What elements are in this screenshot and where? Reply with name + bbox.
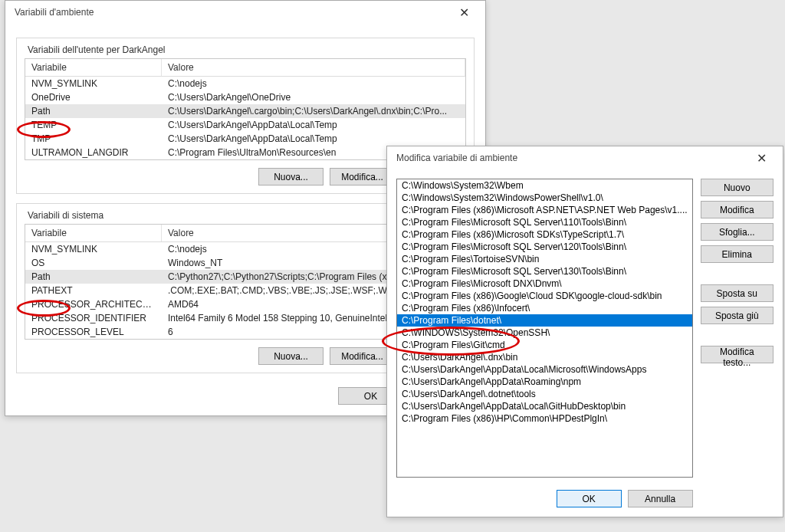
table-row[interactable]: OneDriveC:\Users\DarkAngel\OneDrive bbox=[25, 90, 465, 104]
list-item[interactable]: C:\Program Files\Microsoft DNX\Dnvm\ bbox=[397, 277, 692, 290]
var-name-cell: TEMP bbox=[25, 119, 162, 131]
list-item[interactable]: C:\Program Files (x86)\HP\Common\HPDestP… bbox=[397, 412, 692, 425]
var-value-cell: C:\Users\DarkAngel\AppData\Local\Temp bbox=[162, 133, 465, 145]
var-name-cell: OS bbox=[25, 257, 162, 269]
var-name-cell: OneDrive bbox=[25, 91, 162, 103]
sys-group-title: Variabili di sistema bbox=[25, 210, 107, 221]
path-listbox[interactable]: C:\Windows\System32\WbemC:\Windows\Syste… bbox=[396, 179, 693, 478]
table-row[interactable]: PathC:\Users\DarkAngel\.cargo\bin;C:\Use… bbox=[25, 104, 465, 118]
list-item[interactable]: C:\WINDOWS\System32\OpenSSH\ bbox=[397, 327, 692, 339]
var-name-cell: Path bbox=[25, 271, 162, 283]
action-buttons: Nuovo Modifica Sfoglia... Elimina Sposta… bbox=[701, 179, 774, 368]
list-item[interactable]: C:\Program Files\Microsoft SQL Server\11… bbox=[397, 216, 692, 228]
delete-button[interactable]: Elimina bbox=[701, 245, 774, 263]
list-item[interactable]: C:\Program Files (x86)\Microsoft ASP.NET… bbox=[397, 204, 692, 216]
list-item[interactable]: C:\Program Files\dotnet\ bbox=[397, 314, 692, 327]
col-value: Valore bbox=[162, 59, 465, 76]
var-name-cell: TMP bbox=[25, 133, 162, 145]
close-icon[interactable]: ✕ bbox=[448, 2, 479, 23]
list-item[interactable]: C:\Users\DarkAngel\AppData\Local\GitHubD… bbox=[397, 400, 692, 412]
edit-button[interactable]: Modifica bbox=[701, 201, 774, 218]
var-value-cell: C:\Users\DarkAngel\.cargo\bin;C:\Users\D… bbox=[162, 105, 465, 117]
var-name-cell: NVM_SYMLINK bbox=[25, 77, 162, 90]
var-value-cell: C:\Users\DarkAngel\OneDrive bbox=[162, 91, 465, 103]
table-row[interactable]: NVM_SYMLINKC:\nodejs bbox=[25, 77, 465, 90]
window-title: Variabili d'ambiente bbox=[15, 7, 94, 18]
var-value-cell: C:\nodejs bbox=[162, 77, 465, 90]
var-name-cell: Path bbox=[25, 105, 162, 117]
titlebar: Modifica variabile di ambiente ✕ bbox=[387, 146, 783, 169]
var-name-cell: ULTRAMON_LANGDIR bbox=[25, 146, 162, 159]
var-name-cell: PROCESSOR_ARCHITECTURE bbox=[25, 298, 162, 310]
new-button[interactable]: Nuova... bbox=[258, 347, 324, 365]
var-name-cell: PROCESSOR_LEVEL bbox=[25, 326, 162, 338]
var-name-cell: NVM_SYMLINK bbox=[25, 243, 162, 255]
edit-button[interactable]: Modifica... bbox=[330, 347, 395, 365]
edit-path-window: Modifica variabile di ambiente ✕ C:\Wind… bbox=[386, 146, 783, 517]
titlebar: Variabili d'ambiente ✕ bbox=[5, 1, 485, 24]
path-list-column: C:\Windows\System32\WbemC:\Windows\Syste… bbox=[396, 179, 693, 507]
list-item[interactable]: C:\Program Files\TortoiseSVN\bin bbox=[397, 253, 692, 265]
dialog-buttons: OK Annulla bbox=[396, 490, 693, 507]
window-title: Modifica variabile di ambiente bbox=[396, 153, 517, 163]
list-item[interactable]: C:\Program Files\Microsoft SQL Server\13… bbox=[397, 265, 692, 277]
list-item[interactable]: C:\Program Files\Git\cmd bbox=[397, 339, 692, 351]
var-value-cell: C:\Users\DarkAngel\AppData\Local\Temp bbox=[162, 119, 465, 131]
list-item[interactable]: C:\Users\DarkAngel\AppData\Local\Microso… bbox=[397, 363, 692, 376]
move-up-button[interactable]: Sposta su bbox=[701, 284, 774, 302]
list-item[interactable]: C:\Users\DarkAngel\AppData\Roaming\npm bbox=[397, 376, 692, 388]
col-variable: Variabile bbox=[25, 225, 162, 241]
table-row[interactable]: TMPC:\Users\DarkAngel\AppData\Local\Temp bbox=[25, 132, 465, 146]
list-item[interactable]: C:\Users\DarkAngel\.dotnet\tools bbox=[397, 388, 692, 400]
new-button[interactable]: Nuovo bbox=[701, 179, 774, 196]
path-actions-column: Nuovo Modifica Sfoglia... Elimina Sposta… bbox=[701, 179, 774, 507]
list-item[interactable]: C:\Windows\System32\Wbem bbox=[397, 179, 692, 192]
close-icon[interactable]: ✕ bbox=[746, 147, 777, 169]
col-variable: Variabile bbox=[25, 59, 162, 76]
var-name-cell: PROCESSOR_IDENTIFIER bbox=[25, 312, 162, 324]
move-down-button[interactable]: Sposta giù bbox=[701, 307, 774, 324]
cancel-button[interactable]: Annulla bbox=[628, 490, 693, 507]
edit-button[interactable]: Modifica... bbox=[330, 168, 395, 186]
new-button[interactable]: Nuova... bbox=[258, 168, 324, 186]
user-group-title: Variabili dell'utente per DarkAngel bbox=[25, 44, 169, 55]
list-item[interactable]: C:\Program Files (x86)\Google\Cloud SDK\… bbox=[397, 290, 692, 302]
window-body: C:\Windows\System32\WbemC:\Windows\Syste… bbox=[387, 169, 783, 517]
edit-text-button[interactable]: Modifica testo... bbox=[701, 346, 774, 363]
table-header: Variabile Valore bbox=[25, 59, 465, 77]
table-row[interactable]: TEMPC:\Users\DarkAngel\AppData\Local\Tem… bbox=[25, 118, 465, 132]
ok-button[interactable]: OK bbox=[557, 490, 622, 507]
list-item[interactable]: C:\Program Files (x86)\Microsoft SDKs\Ty… bbox=[397, 228, 692, 241]
list-item[interactable]: C:\Windows\System32\WindowsPowerShell\v1… bbox=[397, 192, 692, 204]
browse-button[interactable]: Sfoglia... bbox=[701, 223, 774, 241]
list-item[interactable]: C:\Program Files\Microsoft SQL Server\12… bbox=[397, 241, 692, 253]
list-item[interactable]: C:\Users\DarkAngel\.dnx\bin bbox=[397, 351, 692, 363]
var-name-cell: PATHEXT bbox=[25, 284, 162, 297]
list-item[interactable]: C:\Program Files (x86)\Infocert\ bbox=[397, 302, 692, 314]
